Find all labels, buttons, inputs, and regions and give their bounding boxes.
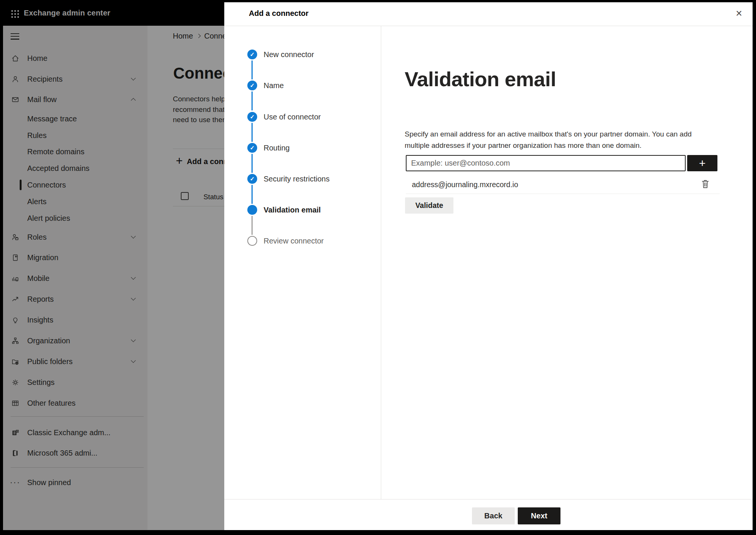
step-complete-icon: ✓ — [247, 174, 257, 184]
step-complete-icon: ✓ — [247, 143, 257, 153]
close-icon: × — [736, 7, 742, 19]
add-email-button[interactable]: + — [687, 155, 717, 171]
delete-address-button[interactable] — [699, 177, 712, 191]
step-connector-line — [251, 216, 253, 235]
step-current-icon — [247, 205, 257, 215]
dialog-header-divider — [224, 26, 753, 26]
email-address-input[interactable] — [406, 155, 686, 171]
close-button[interactable]: × — [730, 5, 748, 22]
step-connector-line — [251, 91, 253, 110]
back-button[interactable]: Back — [472, 507, 515, 524]
screenshot-frame: Exchange admin center Home Recipients Ma… — [0, 0, 756, 535]
trash-icon — [701, 179, 709, 188]
add-connector-panel: Add a connector × ✓ New connector ✓ Name… — [224, 2, 753, 530]
step-upcoming-icon — [247, 236, 257, 246]
step-connector-line — [251, 154, 253, 173]
dialog-footer-divider — [224, 499, 753, 499]
plus-icon: + — [699, 157, 706, 169]
step-connector-line — [251, 60, 253, 79]
step-complete-icon: ✓ — [247, 81, 257, 90]
step-complete-icon: ✓ — [247, 112, 257, 122]
content-heading: Validation email — [405, 67, 556, 91]
validate-button[interactable]: Validate — [405, 197, 453, 214]
address-row-divider — [406, 194, 720, 194]
step-connector-line — [251, 185, 253, 204]
content-description: Specify an email address for an active m… — [405, 129, 707, 151]
next-button[interactable]: Next — [518, 507, 560, 524]
step-connector-line — [251, 123, 253, 142]
dialog-title: Add a connector — [249, 9, 309, 18]
validation-address: address@journaling.mxrecord.io — [412, 180, 518, 189]
step-complete-icon: ✓ — [247, 50, 257, 59]
steps-content-divider — [381, 26, 381, 499]
